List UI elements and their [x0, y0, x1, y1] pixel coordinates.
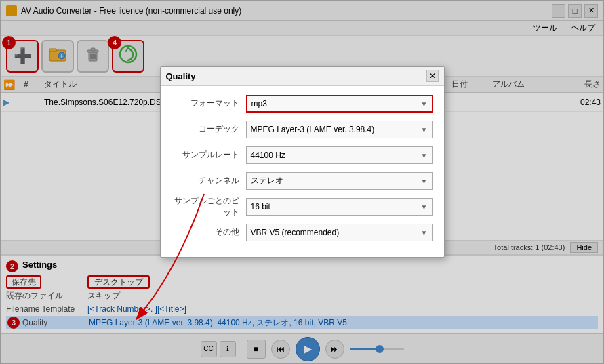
other-select[interactable]: VBR V5 (recommended): [246, 224, 433, 241]
format-select[interactable]: mp3: [246, 95, 433, 113]
format-select-wrapper: mp3 ▼: [246, 95, 433, 113]
codec-select[interactable]: MPEG Layer-3 (LAME ver. 3.98.4): [246, 121, 433, 138]
dialog-row-other: その他 VBR V5 (recommended) ▼: [172, 223, 433, 242]
dialog-label-channel: チャンネル: [172, 175, 246, 186]
dialog-label-other: その他: [172, 226, 246, 238]
channel-select[interactable]: ステレオ: [246, 172, 433, 190]
dialog-row-channel: チャンネル ステレオ ▼: [172, 171, 433, 190]
dialog-row-samplerate: サンプルレート 44100 Hz ▼: [172, 146, 433, 165]
bitdepth-select-wrapper: 16 bit ▼: [246, 198, 433, 216]
bitdepth-select[interactable]: 16 bit: [246, 198, 433, 216]
dialog-row-bitdepth: サンプルごとのビット 16 bit ▼: [172, 197, 433, 216]
dialog-label-samplerate: サンプルレート: [172, 149, 246, 161]
dialog-row-format: フォーマット mp3 ▼: [172, 94, 433, 113]
dialog-body: フォーマット mp3 ▼ コーデック MPEG Layer-3 (LAME ve…: [161, 86, 444, 257]
samplerate-select[interactable]: 44100 Hz: [246, 146, 433, 164]
dialog-label-format: フォーマット: [172, 98, 246, 109]
modal-overlay: Quality ✕ フォーマット mp3 ▼ コーデック MPEG: [1, 1, 603, 363]
dialog-titlebar: Quality ✕: [161, 67, 444, 86]
samplerate-select-wrapper: 44100 Hz ▼: [246, 146, 433, 164]
dialog-close-button[interactable]: ✕: [426, 70, 439, 82]
dialog-row-codec: コーデック MPEG Layer-3 (LAME ver. 3.98.4) ▼: [172, 120, 433, 139]
dialog-label-bitdepth: サンプルごとのビット: [172, 195, 246, 218]
main-window: AV Audio Converter - Free licence (non-c…: [0, 0, 604, 364]
codec-select-wrapper: MPEG Layer-3 (LAME ver. 3.98.4) ▼: [246, 121, 433, 138]
dialog-title: Quality: [166, 71, 196, 81]
other-select-wrapper: VBR V5 (recommended) ▼: [246, 224, 433, 241]
quality-dialog: Quality ✕ フォーマット mp3 ▼ コーデック MPEG: [160, 66, 445, 258]
channel-select-wrapper: ステレオ ▼: [246, 172, 433, 190]
dialog-label-codec: コーデック: [172, 123, 246, 135]
